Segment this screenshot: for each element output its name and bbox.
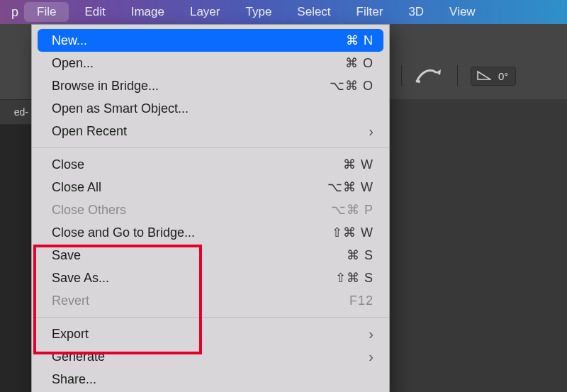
menu-select-label: Select: [297, 5, 330, 19]
menu-separator: [32, 317, 389, 318]
menu-image[interactable]: Image: [118, 0, 177, 24]
menu-filter[interactable]: Filter: [344, 0, 396, 24]
menubar: p File Edit Image Layer Type Select Filt…: [0, 0, 567, 24]
menu-file-label: File: [37, 5, 56, 19]
menu-item-label: Close: [52, 157, 343, 172]
options-separator: [457, 65, 458, 86]
canvas-area: [0, 125, 31, 392]
menu-image-label: Image: [131, 5, 164, 19]
menu-item-shortcut: ⌥⌘ O: [330, 78, 374, 94]
menu-view-label: View: [449, 5, 476, 19]
menu-item-shortcut: ⌘ S: [347, 247, 374, 263]
menu-item-close-others: Close Others⌥⌘ P: [32, 198, 389, 221]
menu-item-shortcut: ⇧⌘ W: [332, 225, 374, 240]
menu-item-close[interactable]: Close⌘ W: [32, 153, 389, 176]
menu-item-open-smart-object[interactable]: Open as Smart Object...: [32, 97, 389, 120]
chevron-right-icon: ›: [369, 327, 374, 341]
menu-item-label: Close Others: [52, 203, 331, 218]
chevron-right-icon: ›: [369, 349, 374, 364]
menu-item-browse-in-bridge[interactable]: Browse in Bridge...⌥⌘ O: [32, 74, 389, 97]
menu-item-shortcut: ⌥⌘ W: [327, 179, 374, 195]
menu-item-close-all[interactable]: Close All⌥⌘ W: [32, 176, 389, 198]
menu-item-shortcut: ⌘ N: [346, 33, 374, 48]
menu-item-revert: RevertF12: [32, 289, 389, 312]
menubar-app-fragment: p: [0, 0, 21, 24]
file-menu-dropdown: New...⌘ NOpen...⌘ OBrowse in Bridge...⌥⌘…: [31, 24, 390, 392]
menu-layer-label: Layer: [190, 5, 220, 19]
menu-item-label: Save: [52, 248, 347, 263]
menu-item-export[interactable]: Export›: [32, 323, 389, 345]
menu-edit[interactable]: Edit: [72, 0, 118, 24]
menu-item-generate[interactable]: Generate›: [32, 345, 389, 368]
menu-item-save[interactable]: Save⌘ S: [32, 244, 389, 267]
color-sampler-icon[interactable]: [415, 64, 444, 88]
menu-filter-label: Filter: [357, 5, 383, 19]
menu-item-open-recent[interactable]: Open Recent›: [32, 120, 389, 142]
menu-type-label: Type: [245, 5, 271, 19]
menu-item-label: Open...: [52, 56, 345, 71]
menu-edit-label: Edit: [84, 5, 105, 19]
menu-item-shortcut: ⇧⌘ S: [335, 270, 374, 286]
menu-item-save-as[interactable]: Save As...⇧⌘ S: [32, 267, 389, 289]
menu-item-label: Open Recent: [52, 124, 369, 139]
menu-item-label: Close All: [52, 180, 327, 195]
menu-item-label: Generate: [52, 349, 369, 364]
menu-item-new[interactable]: New...⌘ N: [38, 29, 383, 52]
menu-item-label: Export: [52, 327, 369, 342]
menu-3d[interactable]: 3D: [395, 0, 437, 24]
menu-3d-label: 3D: [408, 5, 424, 19]
menu-item-label: Close and Go to Bridge...: [52, 225, 332, 240]
menu-item-label: Share...: [52, 372, 374, 387]
menu-item-shortcut: ⌥⌘ P: [331, 202, 374, 218]
svg-point-0: [417, 80, 420, 83]
menu-item-share[interactable]: Share...: [32, 368, 389, 391]
angle-icon: [477, 70, 491, 82]
document-tab-fragment[interactable]: ed-: [0, 99, 31, 125]
menu-type[interactable]: Type: [232, 0, 284, 24]
menu-item-close-go-bridge[interactable]: Close and Go to Bridge...⇧⌘ W: [32, 221, 389, 244]
menu-layer[interactable]: Layer: [177, 0, 233, 24]
menu-item-label: Open as Smart Object...: [52, 101, 374, 116]
menu-select[interactable]: Select: [284, 0, 343, 24]
options-separator: [401, 65, 402, 86]
menu-item-shortcut: ⌘ W: [343, 157, 374, 172]
rotation-angle-value: 0°: [498, 70, 508, 82]
menu-item-label: New...: [52, 33, 346, 48]
menu-view[interactable]: View: [437, 0, 488, 24]
menu-item-label: Save As...: [52, 271, 335, 286]
rotation-angle-field[interactable]: 0°: [471, 67, 516, 86]
menu-item-label: Revert: [52, 293, 349, 308]
menu-item-shortcut: ⌘ O: [345, 55, 374, 71]
menu-file[interactable]: File: [24, 2, 69, 22]
menu-item-label: Browse in Bridge...: [52, 79, 330, 94]
menu-separator: [32, 147, 389, 148]
document-tab-text: ed-: [14, 106, 28, 118]
menu-item-shortcut: F12: [349, 293, 374, 308]
chevron-right-icon: ›: [369, 124, 374, 138]
menu-item-open[interactable]: Open...⌘ O: [32, 52, 389, 74]
